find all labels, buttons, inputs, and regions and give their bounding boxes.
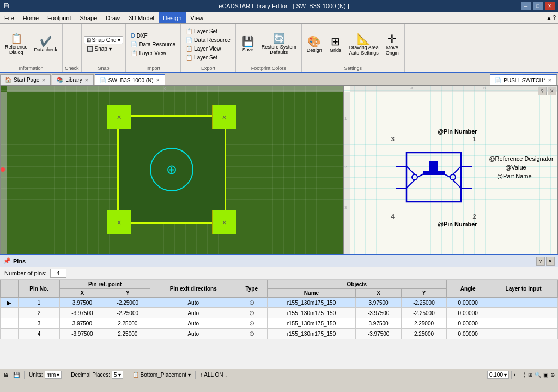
zoom-dropdown[interactable]: 0.100 ▾ [487, 371, 509, 379]
menu-view[interactable]: View [186, 12, 208, 23]
units-label: Units: [29, 372, 43, 378]
col-pin-ref: Pin ref. point [59, 280, 150, 289]
menu-draw[interactable]: Draw [101, 12, 124, 23]
units-dropdown[interactable]: mm ▾ [45, 371, 62, 379]
ribbon-group-check: Check [63, 24, 82, 72]
snap-button[interactable]: 🔲 Snap ▾ [84, 45, 124, 53]
grids-button[interactable]: ⊞ Grids [326, 34, 345, 55]
annotation-ref-designator: @Reference Designator [489, 155, 553, 162]
table-row[interactable]: 3 3.97500 2.25000 Auto ⊙ r155_130m175_15… [1, 318, 558, 329]
pins-subheader: Number of pins: [0, 267, 558, 280]
tab-push-switch[interactable]: 📄 PUSH_SWITCH* ✕ [490, 74, 557, 85]
row-obj-x: -3.97500 [356, 329, 401, 339]
pins-help-button[interactable]: ? [536, 257, 545, 266]
menu-file[interactable]: File [0, 12, 19, 23]
layer-view-import-button[interactable]: 📋 Layer View [128, 49, 178, 57]
push-switch-tab-close[interactable]: ✕ [548, 77, 552, 83]
reference-dialog-button[interactable]: 📋 ReferenceDialog [2, 32, 31, 57]
origin-marker [1, 167, 5, 172]
data-resource-export-button[interactable]: 📄 Data Resource [183, 36, 233, 44]
pins-close-button[interactable]: ✕ [546, 257, 555, 266]
symbol-ruler-horizontal: A B [350, 86, 557, 92]
move-origin-icon: ✛ [387, 33, 397, 44]
status-zoom-fit-icon[interactable]: ⊞ [528, 372, 532, 378]
row-ref-x: 3.97500 [59, 318, 105, 329]
pins-table-container: Pin No. Pin ref. point Pin exit directio… [0, 280, 558, 339]
pad-top-left: × [107, 105, 131, 129]
library-tab-close[interactable]: ✕ [84, 77, 89, 83]
decimal-item: Decimal Places: 5 ▾ [71, 371, 123, 379]
maximize-button[interactable]: □ [533, 2, 543, 10]
decimal-value: 5 [114, 372, 117, 378]
library-tab-icon: 📚 [57, 77, 63, 83]
drawing-area-button[interactable]: 📐 Drawing AreaAuto-Settings [347, 32, 381, 57]
canvas-right[interactable]: ? ✕ A B 1 2 3 [343, 85, 558, 254]
tab-library[interactable]: 📚 Library ✕ [52, 74, 94, 85]
col-obj-name: Name [267, 289, 356, 298]
row-layer [489, 298, 558, 308]
layer-set-icon: 📋 [186, 28, 192, 34]
tab-start-page[interactable]: 🏠 Start Page ✕ [0, 74, 51, 85]
svg-line-10 [453, 180, 461, 188]
layer-set-export-button[interactable]: 📋 Layer Set [183, 27, 233, 35]
data-resource-import-button[interactable]: 📄 Data Resource [128, 40, 178, 49]
row-type: ⊙ [236, 308, 267, 318]
row-pin-no: 4 [19, 329, 59, 339]
col-obj-y: Y [401, 289, 446, 298]
close-button[interactable]: ✕ [545, 2, 555, 10]
annotation-part-name: @Part Name [497, 173, 532, 179]
pins-panel-header: 📌 Pins ? ✕ [0, 255, 558, 267]
status-nav-icon-1[interactable]: ⟵ [514, 372, 521, 378]
layer-label: Bottom_Placement [141, 372, 187, 378]
symbol-svg [396, 144, 472, 210]
layer-icon: 📋 [132, 372, 139, 378]
row-obj-y: -2.25000 [401, 308, 446, 318]
row-pin-no: 2 [19, 308, 59, 318]
save-button[interactable]: 💾 Save [238, 35, 258, 54]
main-area: 0 × × × × ⊕ [0, 85, 558, 254]
tab-sw-b3s[interactable]: 📄 SW_B3S-1000 (N) ✕ [95, 74, 165, 85]
svg-point-6 [450, 174, 456, 180]
row-ref-x: -3.97500 [59, 329, 105, 339]
table-row[interactable]: ▶ 1 3.97500 -2.25000 Auto ⊙ r155_130m175… [1, 298, 558, 308]
start-page-tab-icon: 🏠 [5, 77, 11, 83]
status-select-icon[interactable]: ▣ [543, 372, 548, 378]
layer-set-export2-button[interactable]: 📋 Layer Set [183, 53, 233, 62]
table-row[interactable]: 4 -3.97500 2.25000 Auto ⊙ r155_130m175_1… [1, 329, 558, 339]
menu-footprint[interactable]: Footprint [43, 12, 75, 23]
snap-icon: 🔲 [87, 46, 93, 52]
dxf-import-button[interactable]: D DXF [128, 32, 178, 40]
decimal-dropdown[interactable]: 5 ▾ [112, 371, 123, 379]
menu-shape[interactable]: Shape [76, 12, 102, 23]
col-objects: Objects [267, 280, 447, 289]
menu-home[interactable]: Home [19, 12, 43, 23]
app-icon: 🖹 [3, 2, 10, 10]
status-nav-icon-2[interactable]: ⟩ [524, 372, 526, 378]
start-page-tab-close[interactable]: ✕ [41, 77, 46, 83]
sw-b3s-tab-close[interactable]: ✕ [156, 77, 160, 83]
number-of-pins-input[interactable] [50, 269, 66, 278]
snap-grid-dropdown[interactable]: ⊞ Snap Grid ▾ [84, 36, 124, 44]
menu-design[interactable]: Design [159, 12, 186, 23]
menu-3dmodel[interactable]: 3D Model [124, 12, 159, 23]
ribbon-group-settings: 🎨 Design ⊞ Grids 📐 Drawing AreaAuto-Sett… [302, 24, 405, 72]
datacheck-button[interactable]: ✔️ Datacheck [32, 35, 60, 54]
status-zoom-icon[interactable]: 🔍 [535, 372, 541, 378]
layer-view-export-button[interactable]: 📋 Layer View [183, 45, 233, 53]
symbol-container: @Pin Number 3 1 4 2 @Pin Number @Referen… [396, 144, 472, 211]
number-of-pins-label: Number of pins: [4, 270, 47, 276]
help-icon[interactable]: ? [553, 15, 556, 21]
status-plus-icon[interactable]: ⊕ [550, 372, 555, 378]
design-settings-button[interactable]: 🎨 Design [304, 34, 325, 55]
move-origin-button[interactable]: ✛ MoveOrigin [383, 32, 402, 57]
snap-group-label: Snap [84, 64, 124, 71]
ruler-horizontal: 0 [7, 86, 343, 92]
ribbon-collapse-icon[interactable]: ▲ [547, 15, 552, 21]
canvas-left[interactable]: 0 × × × × ⊕ [0, 85, 343, 254]
component-crosshair: ⊕ [166, 162, 177, 177]
sw-b3s-tab-icon: 📄 [100, 77, 106, 83]
restore-defaults-button[interactable]: 🔄 Restore SystemDefaults [259, 32, 299, 57]
snap-grid-icon: ⊞ [87, 37, 91, 43]
table-row[interactable]: 2 -3.97500 -2.25000 Auto ⊙ r155_130m175_… [1, 308, 558, 318]
minimize-button[interactable]: ─ [521, 2, 531, 10]
